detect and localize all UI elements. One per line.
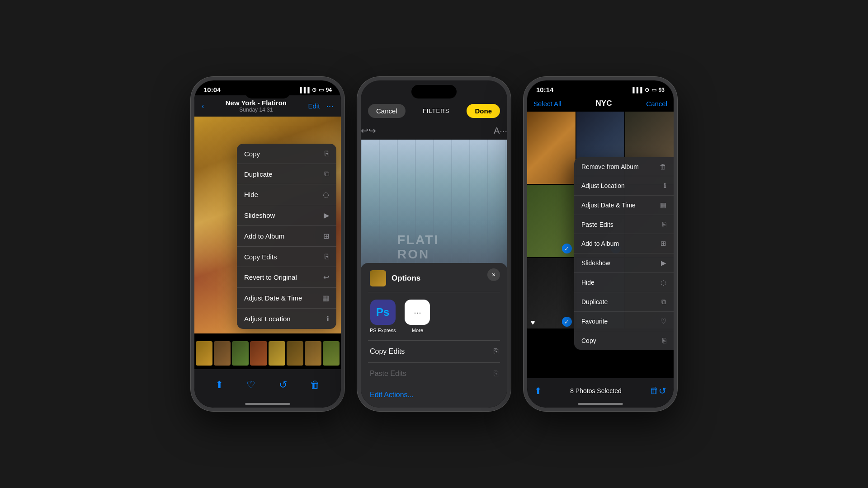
slideshow-label3: Slideshow bbox=[581, 259, 610, 267]
hide-label: Hide bbox=[244, 191, 258, 198]
slideshow-icon: ▶ bbox=[324, 211, 329, 220]
revert-icon: ↩ bbox=[323, 273, 329, 282]
paste-edits-action-label: Paste Edits bbox=[370, 370, 406, 378]
menu-item-date-time[interactable]: Adjust Date & Time ▦ bbox=[237, 288, 336, 309]
paste-edits-label: Paste Edits bbox=[581, 221, 613, 228]
rm-copy[interactable]: Copy ⎘ bbox=[574, 331, 674, 350]
options-title: Options bbox=[392, 274, 420, 283]
wifi-icon-1: ⊙ bbox=[312, 87, 316, 93]
rm-add-album[interactable]: Add to Album ⊞ bbox=[574, 234, 674, 253]
signal-icon-3: ▐▐▐ bbox=[631, 87, 642, 93]
copy-edits-action-icon: ⎘ bbox=[494, 347, 498, 356]
menu-item-copy[interactable]: Copy ⎘ bbox=[237, 144, 336, 164]
more-edit-button[interactable]: ··· bbox=[500, 126, 507, 136]
ps-express-label: PS Express bbox=[370, 328, 396, 333]
location-label: Adjust Location bbox=[244, 315, 291, 323]
status-icons-1: ▐▐▐ ⊙ ▭ 94 bbox=[298, 87, 332, 93]
more-button-3[interactable]: ↺ bbox=[659, 385, 666, 396]
edit-tool-button-1[interactable]: ↺ bbox=[279, 379, 287, 391]
select-check-4: ✓ bbox=[562, 244, 572, 253]
trash-button-3[interactable]: 🗑 bbox=[650, 385, 659, 396]
thumb-7[interactable] bbox=[305, 341, 321, 366]
add-album-label: Add to Album bbox=[244, 232, 284, 240]
copy-edits-action-label: Copy Edits bbox=[370, 347, 405, 356]
thumb-3[interactable] bbox=[232, 341, 249, 366]
more-button-1[interactable]: ··· bbox=[326, 101, 334, 111]
menu-item-add-album[interactable]: Add to Album ⊞ bbox=[237, 226, 336, 247]
copy-icon: ⎘ bbox=[325, 150, 329, 158]
grid-photo-1[interactable] bbox=[527, 112, 576, 184]
menu-item-slideshow[interactable]: Slideshow ▶ bbox=[237, 205, 336, 226]
adjust-date-label: Adjust Date & Time bbox=[581, 202, 636, 209]
chevron-left-icon: ‹ bbox=[202, 102, 204, 110]
rm-hide[interactable]: Hide ◌ bbox=[574, 273, 674, 292]
building-text-overlay: FLATI RON bbox=[397, 233, 471, 262]
photo-title: New York - Flatiron bbox=[226, 99, 287, 107]
more-apps[interactable]: ··· More bbox=[405, 300, 430, 333]
location-icon: ℹ bbox=[326, 314, 329, 323]
thumb-8[interactable] bbox=[323, 341, 340, 366]
adjust-location-icon: ℹ bbox=[664, 182, 666, 190]
undo-button[interactable]: ↩ bbox=[361, 125, 368, 136]
phone-3: 10:14 ▐▐▐ ⊙ ▭ 93 Select All NYC Cancel bbox=[524, 77, 677, 411]
done-button-2[interactable]: Done bbox=[467, 104, 500, 118]
menu-item-duplicate[interactable]: Duplicate ⧉ bbox=[237, 164, 336, 184]
edit-button-1[interactable]: Edit bbox=[308, 102, 320, 110]
thumb-5[interactable] bbox=[269, 341, 285, 366]
photo-subtitle: Sunday 14:31 bbox=[226, 107, 287, 113]
ps-express-app[interactable]: Ps PS Express bbox=[370, 300, 396, 333]
app-icons-row: Ps PS Express ··· More bbox=[368, 292, 500, 340]
back-button-1[interactable]: ‹ bbox=[202, 102, 204, 110]
thumb-6[interactable] bbox=[287, 341, 303, 366]
rm-adjust-location[interactable]: Adjust Location ℹ bbox=[574, 176, 674, 196]
right-context-menu: Remove from Album 🗑 Adjust Location ℹ Ad… bbox=[574, 157, 674, 350]
rm-remove-album[interactable]: Remove from Album 🗑 bbox=[574, 157, 674, 176]
rm-adjust-date[interactable]: Adjust Date & Time ▦ bbox=[574, 196, 674, 215]
revert-label: Revert to Original bbox=[244, 273, 297, 281]
menu-item-hide[interactable]: Hide ◌ bbox=[237, 184, 336, 205]
menu-item-revert[interactable]: Revert to Original ↩ bbox=[237, 267, 336, 288]
select-all-button[interactable]: Select All bbox=[533, 100, 561, 108]
rm-duplicate[interactable]: Duplicate ⧉ bbox=[574, 292, 674, 312]
copy-edits-label: Copy Edits bbox=[244, 253, 277, 261]
auto-enhance-button[interactable]: A bbox=[494, 126, 500, 136]
photo-header-1: ‹ New York - Flatiron Sunday 14:31 Edit … bbox=[194, 95, 341, 117]
copy-label3: Copy bbox=[581, 337, 596, 344]
favourite-label: Favourite bbox=[581, 318, 608, 325]
thumb-2[interactable] bbox=[214, 341, 231, 366]
options-panel-2: Options × Ps PS Express ··· More bbox=[361, 263, 507, 408]
grid-photo-4[interactable]: ✓ bbox=[527, 185, 576, 257]
dynamic-island-1 bbox=[245, 85, 290, 99]
more-apps-label: More bbox=[412, 328, 423, 333]
copy-edits-row[interactable]: Copy Edits ⎘ bbox=[368, 340, 500, 362]
options-thumbnail bbox=[370, 270, 386, 286]
hide-icon: ◌ bbox=[323, 190, 329, 199]
grid-photo-7[interactable]: ✓ ♥ bbox=[527, 258, 576, 328]
options-close-button[interactable]: × bbox=[487, 268, 500, 281]
adjust-location-label: Adjust Location bbox=[581, 182, 625, 189]
rm-favourite[interactable]: Favourite ♡ bbox=[574, 312, 674, 331]
thumb-1[interactable] bbox=[196, 341, 212, 366]
album-title: NYC bbox=[596, 99, 612, 108]
thumb-4[interactable] bbox=[250, 341, 267, 366]
menu-item-copy-edits[interactable]: Copy Edits ⎘ bbox=[237, 247, 336, 267]
phone-1: 10:04 ▐▐▐ ⊙ ▭ 94 ‹ New York - Flatiron S… bbox=[191, 77, 344, 411]
redo-button[interactable]: ↪ bbox=[368, 125, 376, 136]
edit-actions-link[interactable]: Edit Actions... bbox=[368, 385, 500, 405]
trash-button-1[interactable]: 🗑 bbox=[310, 379, 320, 391]
rm-slideshow[interactable]: Slideshow ▶ bbox=[574, 253, 674, 273]
close-icon: × bbox=[492, 271, 495, 278]
duplicate-label3: Duplicate bbox=[581, 298, 608, 305]
share-button-3[interactable]: ⬆ bbox=[534, 385, 542, 396]
cancel-button-3[interactable]: Cancel bbox=[646, 100, 667, 108]
paste-edits-icon: ⎘ bbox=[662, 221, 666, 228]
signal-icon-1: ▐▐▐ bbox=[298, 87, 310, 93]
favourite-icon: ♡ bbox=[660, 317, 666, 325]
rm-paste-edits[interactable]: Paste Edits ⎘ bbox=[574, 215, 674, 234]
heart-button-1[interactable]: ♡ bbox=[246, 379, 255, 391]
options-header: Options × bbox=[368, 263, 500, 292]
share-button-1[interactable]: ⬆ bbox=[215, 379, 223, 391]
remove-album-icon: 🗑 bbox=[660, 163, 666, 170]
cancel-button-2[interactable]: Cancel bbox=[368, 104, 406, 118]
menu-item-location[interactable]: Adjust Location ℹ bbox=[237, 309, 336, 329]
